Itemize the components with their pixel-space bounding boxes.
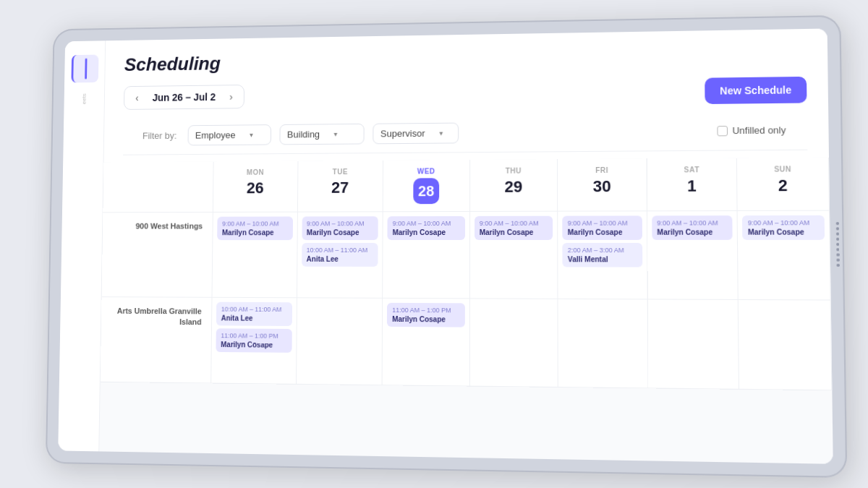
- day-number-sat: 1: [687, 176, 697, 195]
- filter-row: Filter by: Employee ▾ Building ▾ Supervi…: [123, 113, 807, 155]
- schedule-block[interactable]: 9:00 AM – 10:00 AM Marilyn Cosape: [742, 215, 825, 239]
- calendar-cell-loc2-sat: [648, 299, 740, 389]
- day-header-thu: THU 29: [470, 159, 558, 212]
- schedule-name: Marilyn Cosape: [480, 228, 548, 236]
- day-header-spacer: [103, 161, 213, 213]
- employee-filter[interactable]: Employee ▾: [187, 124, 271, 145]
- day-header-wed: WED 28: [383, 160, 470, 212]
- schedule-block[interactable]: 2:00 AM – 3:00 AM Valli Mental: [563, 242, 642, 267]
- day-name-fri: FRI: [595, 166, 608, 174]
- schedule-time: 2:00 AM – 3:00 AM: [568, 247, 637, 254]
- schedule-name: Valli Mental: [568, 255, 637, 263]
- schedule-name: Marilyn Cosape: [657, 228, 727, 236]
- building-chevron-icon: ▾: [334, 129, 357, 137]
- schedule-block[interactable]: 11:00 AM – 1:00 PM Marilyn Cosape: [216, 328, 292, 353]
- sidebar: eets: [58, 40, 106, 451]
- tablet-frame: eets Scheduling ‹ Jun 26 – Jul 2 › New S…: [46, 14, 847, 477]
- schedule-time: 11:00 AM – 1:00 PM: [221, 332, 286, 340]
- location-name-1: 900 West Hastings: [135, 221, 203, 231]
- calendar-cell-loc2-fri: [558, 299, 649, 388]
- calendar-cell-loc1-tue: 9:00 AM – 10:00 AM Marilyn Cosape 10:00 …: [297, 212, 383, 299]
- schedule-name: Marilyn Cosape: [222, 228, 288, 236]
- header-controls: ‹ Jun 26 – Jul 2 › New Schedule: [124, 76, 807, 110]
- day-name-thu: THU: [506, 166, 522, 174]
- date-range: Jun 26 – Jul 2: [147, 91, 221, 103]
- header: Scheduling ‹ Jun 26 – Jul 2 › New Schedu…: [104, 28, 830, 162]
- schedule-name: Marilyn Cosape: [568, 228, 637, 236]
- unfilled-check: Unfilled only: [718, 124, 786, 136]
- schedule-name: Anita Lee: [221, 314, 287, 322]
- supervisor-filter-label: Supervisor: [380, 127, 425, 138]
- schedule-time: 9:00 AM – 10:00 AM: [307, 220, 373, 227]
- building-filter[interactable]: Building ▾: [279, 123, 364, 145]
- schedule-name: Marilyn Cosape: [748, 228, 820, 236]
- calendar-cell-loc1-fri: 9:00 AM – 10:00 AM Marilyn Cosape 2:00 A…: [558, 211, 647, 299]
- calendar-cell-loc1-sun: 9:00 AM – 10:00 AM Marilyn Cosape: [738, 210, 831, 300]
- schedule-block[interactable]: 10:00 AM – 11:00 AM Anita Lee: [216, 301, 292, 325]
- day-name-sun: SUN: [774, 165, 791, 173]
- calendar-cell-loc2-thu: [470, 299, 559, 388]
- day-header-fri: FRI 30: [558, 158, 647, 211]
- schedule-name: Marilyn Cosape: [307, 228, 373, 236]
- tablet-scrollbar: [836, 222, 840, 267]
- day-header-sun: SUN 2: [737, 157, 830, 210]
- schedule-time: 9:00 AM – 10:00 AM: [393, 219, 460, 226]
- day-number-thu: 29: [505, 177, 523, 196]
- day-name-sat: SAT: [684, 166, 699, 174]
- location-label-1: 900 West Hastings: [102, 212, 213, 297]
- page-title: Scheduling: [124, 43, 807, 76]
- tablet-screen: eets Scheduling ‹ Jun 26 – Jul 2 › New S…: [58, 28, 833, 463]
- filter-by-label: Filter by:: [142, 130, 177, 141]
- schedule-time: 9:00 AM – 10:00 AM: [657, 219, 727, 226]
- day-header-mon: MON 26: [213, 160, 298, 212]
- schedule-block[interactable]: 9:00 AM – 10:00 AM Marilyn Cosape: [302, 216, 378, 240]
- date-nav: ‹ Jun 26 – Jul 2 ›: [124, 85, 244, 110]
- schedule-time: 10:00 AM – 11:00 AM: [221, 305, 287, 312]
- schedule-time: 9:00 AM – 10:00 AM: [480, 219, 548, 226]
- day-number-mon: 26: [247, 179, 264, 197]
- schedule-block[interactable]: 10:00 AM – 11:00 AM Anita Lee: [302, 243, 378, 267]
- schedule-name: Marilyn Cosape: [393, 228, 460, 236]
- calendar-cell-loc1-wed: 9:00 AM – 10:00 AM Marilyn Cosape: [383, 211, 470, 298]
- next-date-button[interactable]: ›: [226, 89, 235, 103]
- calendar-grid: MON 26 TUE 27 WED 28 THU: [101, 157, 833, 390]
- day-number-sun: 2: [778, 176, 788, 195]
- day-number-fri: 30: [593, 176, 611, 195]
- employee-filter-label: Employee: [195, 129, 236, 140]
- supervisor-chevron-icon: ▾: [439, 129, 451, 137]
- building-filter-label: Building: [287, 129, 320, 140]
- day-name-wed: WED: [417, 167, 435, 175]
- day-header-tue: TUE 27: [297, 160, 383, 212]
- calendar-cell-loc2-sun: [739, 299, 832, 390]
- schedule-block[interactable]: 9:00 AM – 10:00 AM Marilyn Cosape: [475, 215, 553, 239]
- day-name-mon: MON: [247, 168, 264, 176]
- schedule-block[interactable]: 9:00 AM – 10:00 AM Marilyn Cosape: [217, 216, 292, 240]
- day-number-wed: 28: [413, 178, 439, 204]
- schedule-block[interactable]: 9:00 AM – 10:00 AM Marilyn Cosape: [652, 215, 733, 240]
- calendar-container[interactable]: MON 26 TUE 27 WED 28 THU: [99, 157, 833, 463]
- location-name-2: Arts Umbrella Granville Island: [111, 305, 202, 328]
- schedule-time: 11:00 AM – 1:00 PM: [392, 306, 459, 314]
- calendar-cell-loc2-wed: 11:00 AM – 1:00 PM Marilyn Cosape: [383, 298, 470, 386]
- supervisor-filter[interactable]: Supervisor ▾: [373, 122, 459, 144]
- schedule-name: Anita Lee: [307, 254, 373, 262]
- calendar-cell-loc2-mon: 10:00 AM – 11:00 AM Anita Lee 11:00 AM –…: [211, 297, 297, 384]
- sidebar-item-active[interactable]: [71, 54, 98, 82]
- schedule-time: 9:00 AM – 10:00 AM: [568, 219, 637, 226]
- calendar-cell-loc1-thu: 9:00 AM – 10:00 AM Marilyn Cosape: [470, 211, 558, 299]
- unfilled-label: Unfilled only: [732, 124, 786, 136]
- new-schedule-button[interactable]: New Schedule: [705, 76, 807, 103]
- schedule-block[interactable]: 9:00 AM – 10:00 AM Marilyn Cosape: [563, 215, 642, 240]
- schedule-name: Marilyn Cosape: [392, 314, 460, 323]
- schedule-time: 9:00 AM – 10:00 AM: [748, 219, 820, 226]
- employee-chevron-icon: ▾: [250, 131, 264, 139]
- main-content: Scheduling ‹ Jun 26 – Jul 2 › New Schedu…: [99, 28, 833, 463]
- day-header-sat: SAT 1: [647, 158, 738, 211]
- unfilled-checkbox[interactable]: [718, 125, 728, 135]
- schedule-block[interactable]: 11:00 AM – 1:00 PM Marilyn Cosape: [387, 302, 465, 327]
- day-number-tue: 27: [331, 178, 349, 197]
- schedule-time: 9:00 AM – 10:00 AM: [222, 220, 288, 227]
- schedule-block[interactable]: 9:00 AM – 10:00 AM Marilyn Cosape: [388, 215, 465, 239]
- schedule-name: Marilyn Cosape: [221, 341, 286, 349]
- prev-date-button[interactable]: ‹: [132, 90, 141, 104]
